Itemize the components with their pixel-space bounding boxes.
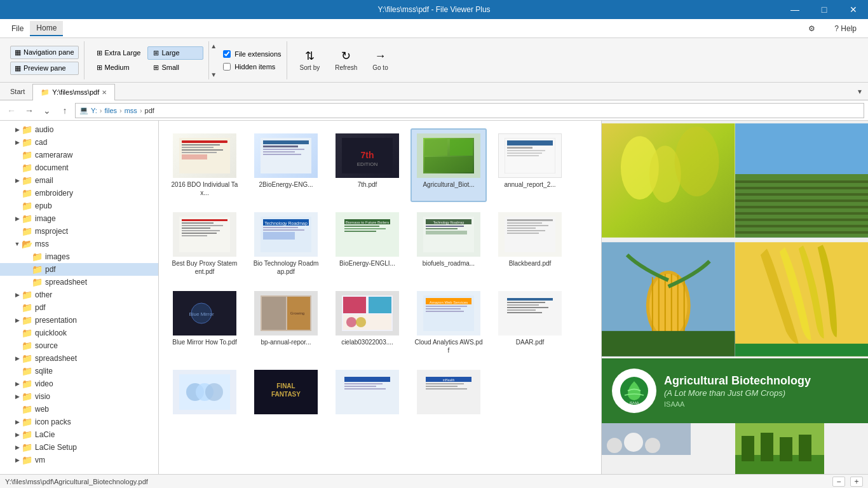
refresh-button[interactable]: ↻ Refresh (329, 43, 363, 78)
large-button[interactable]: ⊞ Large (147, 46, 203, 60)
tab-close-button[interactable]: ✕ (102, 89, 107, 96)
sidebar-item-pdf[interactable]: 📁 pdf (0, 301, 158, 314)
file-thumbnail (498, 291, 562, 336)
svg-rect-50 (426, 228, 458, 229)
file-item[interactable]: Blue Mirror Blue Mirror How To.pdf (166, 286, 243, 360)
sidebar-item-msproject[interactable]: 📁 msproject (0, 225, 158, 238)
small-button[interactable]: ⊞ Small (147, 61, 203, 74)
tab-pdf[interactable]: 📁 Y:\files\mss\pdf ✕ (32, 84, 115, 100)
svg-rect-101 (426, 386, 458, 387)
sidebar-item-quicklook[interactable]: 📁 quicklook (0, 327, 158, 339)
up-button[interactable]: ↑ (57, 103, 72, 118)
sidebar-item-lacie-setup[interactable]: ▶ 📁 LaCie Setup (0, 441, 158, 454)
svg-rect-18 (450, 139, 473, 156)
close-button[interactable]: ✕ (839, 0, 868, 19)
file-item[interactable]: Technology Roadmap biofuels_roadma... (410, 207, 487, 281)
sidebar-item-cameraraw[interactable]: 📁 cameraraw (0, 149, 158, 161)
file-item[interactable]: Amazon Web Services Cloud Analytics AWS.… (410, 286, 487, 360)
tab-start[interactable]: Start (3, 85, 32, 98)
svg-point-134 (607, 438, 622, 453)
hidden-items-label: Hidden items (234, 63, 275, 71)
menu-settings[interactable]: ⚙ (802, 22, 822, 36)
file-item[interactable]: mHealth (410, 365, 487, 422)
maximize-button[interactable]: □ (810, 0, 839, 19)
sidebar-item-embroidery[interactable]: 📁 embroidery (0, 187, 158, 200)
forward-button[interactable]: → (22, 103, 37, 118)
file-extensions-checkbox[interactable] (223, 50, 231, 58)
file-extensions-checkbox-row[interactable]: File extensions (223, 49, 281, 59)
sidebar-item-audio[interactable]: ▶ 📁 audio (0, 123, 158, 136)
sidebar-item-video[interactable]: ▶ 📁 video (0, 377, 158, 390)
file-item[interactable]: 7th EDITION 7th.pdf (329, 128, 405, 202)
svg-rect-11 (263, 151, 295, 152)
sidebar-item-other[interactable]: ▶ 📁 other (0, 288, 158, 301)
tabs-bar: Start 📁 Y:\files\mss\pdf ✕ ▾ (0, 83, 868, 100)
file-item[interactable] (329, 365, 405, 422)
sidebar-item-spreadsheet[interactable]: ▶ 📁 spreadsheet (0, 352, 158, 365)
sidebar-item-epub[interactable]: 📁 epub (0, 200, 158, 212)
file-item[interactable]: Best Buy Proxy Statement.pdf (166, 207, 243, 281)
extra-large-button[interactable]: ⊞ Extra Large (91, 46, 147, 60)
file-thumbnail (173, 133, 236, 178)
menu-help[interactable]: ? Help (828, 22, 863, 36)
file-item-selected[interactable]: Agricultural_Biot... (410, 128, 487, 202)
go-to-button[interactable]: → Go to (366, 43, 394, 78)
sidebar-item-icon-packs[interactable]: ▶ 📁 icon packs (0, 416, 158, 428)
tabs-dropdown[interactable]: ▾ (854, 87, 865, 96)
ribbon-collapse-down[interactable]: ▼ (210, 71, 217, 78)
file-item[interactable]: FINAL FANTASY (248, 365, 324, 422)
sidebar-item-lacie[interactable]: ▶ 📁 LaCie (0, 428, 158, 441)
back-button[interactable]: ← (4, 103, 19, 118)
svg-rect-68 (369, 297, 391, 313)
file-item[interactable]: Biomass to Future Boilers BioEnergy-ENGL… (329, 207, 405, 281)
breadcrumb[interactable]: 💻 Y: › files › mss › pdf (75, 103, 864, 118)
breadcrumb-drive-icon: 💻 (79, 106, 88, 114)
ribbon-collapse-up[interactable]: ▲ (210, 43, 217, 50)
sidebar-item-image[interactable]: ▶ 📁 image (0, 212, 158, 225)
navigation-pane-button[interactable]: ▦ Navigation pane (10, 46, 79, 59)
medium-button[interactable]: ⊞ Medium (91, 61, 147, 74)
ribbon-options-group: File extensions Hidden items (218, 41, 287, 79)
menu-file[interactable]: File (5, 22, 30, 36)
sidebar-item-mss-pdf[interactable]: 📁 pdf (0, 263, 158, 276)
file-name: Bio Technology Roadmap.pdf (252, 259, 320, 276)
sidebar-item-vm[interactable]: ▶ 📁 vm (0, 454, 158, 466)
svg-rect-55 (507, 225, 548, 226)
breadcrumb-files[interactable]: files (104, 107, 117, 114)
sidebar-item-web[interactable]: 📁 web (0, 403, 158, 416)
hidden-items-checkbox-row[interactable]: Hidden items (223, 62, 281, 72)
svg-rect-96 (344, 388, 386, 390)
preview-pane-button[interactable]: ▦ Preview pane (10, 62, 79, 75)
folder-icon: 📁 (22, 328, 32, 338)
menubar: File Home ⚙ ? Help (0, 19, 868, 38)
sidebar-item-presentation[interactable]: ▶ 📁 presentation (0, 314, 158, 327)
breadcrumb-y[interactable]: Y: (91, 107, 97, 114)
sidebar-item-sqlite[interactable]: 📁 sqlite (0, 365, 158, 377)
sidebar-item-email[interactable]: ▶ 📁 email (0, 174, 158, 187)
sidebar-item-cad[interactable]: ▶ 📁 cad (0, 136, 158, 149)
file-item[interactable]: 2016 BDO Individual Tax... (166, 128, 243, 202)
sidebar-item-mss-images[interactable]: 📁 images (0, 250, 158, 263)
sidebar-item-visio[interactable]: ▶ 📁 visio (0, 390, 158, 403)
sidebar-item-source[interactable]: 📁 source (0, 339, 158, 352)
file-item[interactable]: 2BioEnergy-ENG... (248, 128, 324, 202)
svg-rect-52 (505, 217, 555, 252)
hidden-items-checkbox[interactable] (223, 63, 231, 71)
minimize-button[interactable]: — (780, 0, 810, 19)
zoom-in-button[interactable]: + (850, 477, 863, 487)
sort-by-button[interactable]: ⇅ Sort by (294, 43, 327, 78)
file-item[interactable]: DAAR.pdf (492, 286, 568, 360)
file-item[interactable]: annual_report_2... (492, 128, 568, 202)
sidebar-item-mss[interactable]: ▼ 📂 mss (0, 238, 158, 250)
menu-home[interactable]: Home (30, 21, 63, 36)
sidebar-item-document[interactable]: 📁 document (0, 161, 158, 174)
file-item[interactable]: cielab03022003.... (329, 286, 405, 360)
file-item[interactable]: Growing bp-annual-repor... (248, 286, 324, 360)
file-item[interactable] (166, 365, 243, 422)
file-item[interactable]: Technology Roadmap Bio Technology Roadma… (248, 207, 324, 281)
expand-button[interactable]: ⌄ (39, 103, 55, 118)
sidebar-item-mss-spreadsheet[interactable]: 📁 spreadsheet (0, 276, 158, 288)
zoom-out-button[interactable]: − (832, 477, 845, 487)
file-item[interactable]: Blackbeard.pdf (492, 207, 568, 281)
breadcrumb-mss[interactable]: mss (125, 107, 137, 114)
